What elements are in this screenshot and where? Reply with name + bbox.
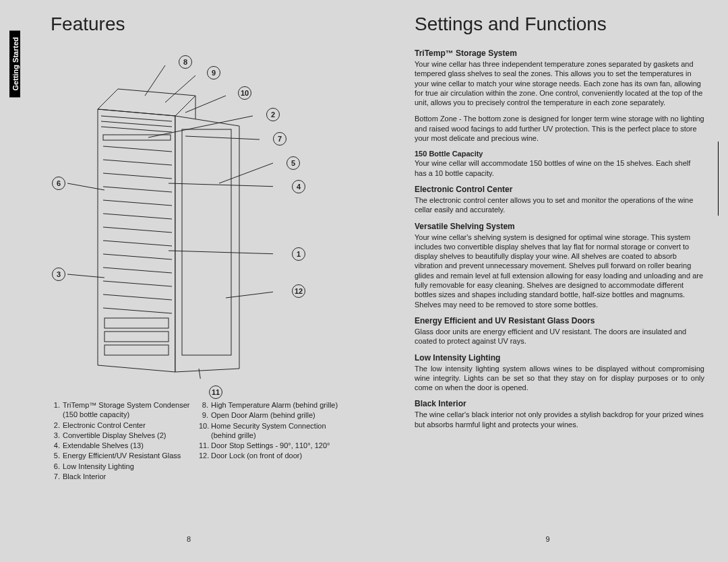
section-lighting-heading: Low Intensity Lighting [415, 353, 704, 363]
section-capacity-heading: 150 Bottle Capacity [415, 150, 704, 158]
svg-line-8 [103, 200, 172, 206]
svg-line-0 [101, 116, 172, 121]
svg-rect-3 [103, 135, 171, 140]
section-interior-heading: Black Interior [415, 399, 704, 408]
legend-col-a: 1.TriTemp™ Storage System Condenser (150… [51, 400, 192, 482]
page-title-right: Settings and Functions [415, 13, 718, 35]
section-tritemp-p1: Your wine cellar has three independent t… [415, 59, 704, 107]
page-number-left: 8 [20, 535, 357, 543]
callout-10: 10 [238, 86, 251, 100]
svg-line-22 [165, 75, 195, 102]
callout-6: 6 [52, 177, 65, 190]
section-interior-p: The wine cellar's black interior not onl… [415, 410, 704, 429]
svg-line-2 [101, 127, 172, 132]
section-lighting-p: The low intensity lighting system allows… [415, 364, 704, 393]
legend-col-b: 8.High Temperature Alarm (behind grille)… [199, 400, 340, 482]
svg-line-29 [67, 274, 104, 278]
section-glass-p: Glass door units are energy efficient an… [415, 327, 704, 346]
section-ecc-p: The electronic control center allows you… [415, 195, 704, 215]
section-capacity-p: Your wine cellar will accommodate 150 bo… [415, 158, 704, 178]
legend: 1.TriTemp™ Storage System Condenser (150… [51, 400, 357, 482]
svg-line-21 [145, 65, 165, 96]
section-tritemp-heading: TriTemp™ Storage System [415, 49, 704, 58]
callout-12: 12 [292, 284, 305, 298]
svg-line-15 [103, 294, 172, 300]
svg-line-28 [67, 183, 104, 190]
section-shelving-p: Your wine cellar's shelving system is de… [415, 232, 704, 309]
svg-line-16 [103, 308, 172, 313]
callout-1: 1 [292, 247, 305, 261]
svg-line-11 [103, 241, 172, 246]
callout-7: 7 [273, 132, 286, 146]
callout-5: 5 [286, 156, 300, 170]
svg-rect-18 [104, 332, 169, 342]
callout-11: 11 [209, 385, 222, 399]
svg-line-5 [103, 160, 172, 165]
page-number-right: 9 [377, 535, 718, 543]
svg-rect-17 [104, 318, 169, 328]
callout-4: 4 [292, 180, 305, 193]
callout-8: 8 [179, 55, 192, 69]
svg-rect-19 [104, 345, 169, 355]
section-glass-heading: Energy Efficient and UV Resistant Glass … [415, 316, 704, 325]
svg-line-4 [103, 146, 172, 152]
section-ecc-heading: Electronic Control Center [415, 185, 704, 194]
svg-line-7 [103, 187, 172, 192]
page-title-left: Features [51, 13, 357, 35]
svg-line-9 [103, 214, 172, 219]
svg-line-1 [101, 121, 172, 127]
callout-2: 2 [266, 108, 280, 121]
diagram-area: 8 9 10 2 7 5 4 6 3 1 12 11 [51, 49, 334, 392]
section-shelving-heading: Versatile Shelving System [415, 222, 704, 231]
page-right: Settings and Functions TriTemp™ Storage … [377, 13, 718, 549]
callout-3: 3 [52, 268, 65, 281]
svg-line-14 [103, 281, 172, 286]
page-left: Features [20, 13, 357, 549]
svg-line-10 [103, 227, 172, 232]
svg-line-12 [103, 254, 172, 259]
section-tritemp-p2: Bottom Zone - The bottom zone is designe… [415, 114, 704, 143]
callout-9: 9 [207, 66, 220, 80]
svg-line-6 [103, 173, 172, 179]
svg-line-13 [103, 268, 172, 273]
